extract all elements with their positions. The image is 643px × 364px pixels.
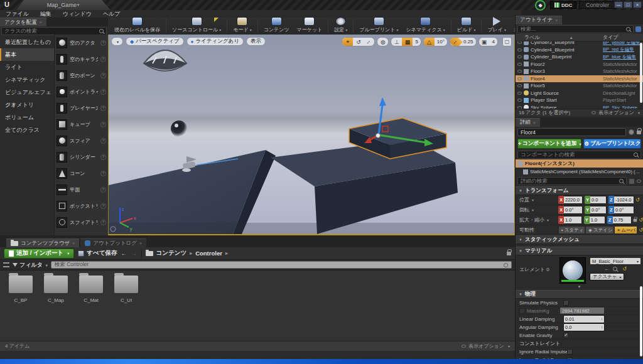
eye-icon[interactable]	[517, 77, 522, 80]
outliner-filter-icon[interactable]	[635, 26, 641, 32]
view-options-button[interactable]: 表示オプション ▾	[462, 343, 510, 350]
sort-icon[interactable]: ▲	[570, 36, 573, 40]
save-all-button[interactable]: すべて保存	[78, 249, 117, 257]
edit-blueprint-link[interactable]: BP_Sky_Sphere	[603, 105, 643, 109]
table-row[interactable]: Floor5StaticMeshActor	[516, 82, 643, 90]
outliner-view-options[interactable]: 表示オプション ▾	[592, 109, 640, 116]
table-row[interactable]: Cylinder3_BlueprintBP_yellow を編集	[516, 41, 643, 46]
scale-y-input[interactable]: 1.0	[590, 216, 605, 224]
world-local-toggle[interactable]: ◍	[377, 37, 388, 46]
rotation-snap-value[interactable]: 10°	[435, 39, 447, 45]
eye-icon[interactable]	[517, 106, 522, 109]
close-icon[interactable]: ×	[139, 241, 142, 245]
column-type[interactable]: タイプ	[603, 34, 643, 41]
gear-icon[interactable]	[629, 129, 634, 135]
constraints-subheader[interactable]: コンストレイント	[516, 340, 643, 348]
folder-item[interactable]: C_BP	[6, 276, 35, 303]
angular-damping-input[interactable]: 0.0↕	[563, 323, 605, 331]
menu-file[interactable]: ファイル	[0, 10, 35, 18]
lock-icon[interactable]	[637, 131, 641, 134]
tab-place-actors[interactable]: アクタを配置 ×	[0, 18, 46, 26]
details-scrollbar[interactable]	[640, 286, 642, 356]
rotation-z-input[interactable]: 0.0°	[614, 206, 634, 214]
rotation-x-input[interactable]: 0.0°	[564, 206, 583, 214]
details-search-input[interactable]: 詳細の検索	[517, 177, 627, 185]
list-item[interactable]: スフィア?	[55, 132, 108, 149]
scale-tool-button[interactable]: ↕	[362, 37, 376, 46]
sources-panel-icon[interactable]	[3, 262, 9, 267]
edit-blueprint-link[interactable]: BP_yellow を編集	[603, 41, 643, 46]
back-arrow-icon[interactable]: ←	[604, 266, 609, 272]
category-visual-effects[interactable]: ビジュアルエフェクト	[0, 86, 54, 99]
folder-item[interactable]: C_Map	[41, 276, 70, 303]
list-item[interactable]: ボックストリガー?	[55, 198, 108, 214]
breadcrumb-content[interactable]: コンテンツ	[156, 249, 187, 257]
outliner-search-input[interactable]: 検索...	[517, 25, 634, 33]
browse-icon[interactable]	[613, 267, 617, 271]
viewport-panel[interactable]: z x y ▾ ◆ パースペクティブ ● ライティングあり 表示 ⌖ ↺ ↕ ◍	[108, 35, 515, 235]
table-row[interactable]: Sky SphereBP_Sky_Sphere	[516, 104, 643, 109]
menu-window[interactable]: ウィンドウ	[57, 10, 97, 18]
mobility-movable-button[interactable]: ⌖ムーバ	[614, 226, 637, 234]
mobility-static-button[interactable]: ▪スタティ	[558, 226, 585, 234]
show-button[interactable]: 表示	[246, 37, 266, 46]
forward-arrow-icon[interactable]: →	[131, 250, 138, 257]
linear-damping-input[interactable]: 0.01↕	[563, 315, 605, 323]
camera-speed-icon[interactable]: ▣	[479, 37, 490, 46]
ignore-radial-impulse-checkbox[interactable]	[567, 349, 573, 355]
location-z-input[interactable]: -1024.0	[614, 196, 634, 204]
location-x-input[interactable]: 2220.0	[564, 196, 583, 204]
lock-icon[interactable]	[507, 252, 511, 255]
tutorial-icon[interactable]: ◆	[535, 0, 546, 11]
list-item[interactable]: スフィアトリガー?	[55, 214, 108, 230]
list-item[interactable]: 平面?	[55, 181, 108, 198]
camera-speed-value[interactable]: 4	[490, 39, 497, 45]
eye-icon[interactable]	[517, 70, 522, 73]
edit-blueprint-link[interactable]: BP_red を編集	[603, 46, 643, 53]
build-button[interactable]: ビルド▾	[453, 16, 480, 34]
folder-item[interactable]: C_UI	[112, 276, 141, 303]
table-row[interactable]: Cylinder_BlueprintBP_blue を編集	[516, 53, 643, 61]
tab-output-log[interactable]: アウトプットログ ×	[80, 238, 146, 247]
component-root-row[interactable]: Floor4(インスタンス)	[516, 159, 643, 168]
eye-icon[interactable]	[517, 99, 522, 102]
asset-search-input[interactable]: 検索 Controler	[51, 261, 512, 269]
eye-icon[interactable]	[517, 92, 522, 95]
category-basic[interactable]: 基本	[0, 48, 54, 61]
enable-gravity-checkbox[interactable]	[563, 333, 569, 338]
document-tab[interactable]: Map_Game+	[16, 0, 111, 10]
eye-icon[interactable]	[517, 63, 522, 66]
rotation-snap-toggle[interactable]: △	[424, 37, 435, 46]
tab-details[interactable]: 詳細 ×	[516, 118, 540, 127]
eye-icon[interactable]	[637, 179, 641, 183]
table-row[interactable]: Cylinder4_BlueprintBP_red を編集	[516, 46, 643, 54]
menu-edit[interactable]: 編集	[35, 10, 57, 18]
ddc-button[interactable]: DDC	[550, 1, 576, 9]
category-volumes[interactable]: ボリューム	[0, 111, 54, 124]
viewport-maximize-button[interactable]: ▢	[502, 37, 512, 46]
cinematics-button[interactable]: シネマティクス▾	[403, 16, 449, 34]
component-search-input[interactable]: コンポーネントの検索	[517, 151, 641, 159]
rotation-y-input[interactable]: 0.0°	[590, 206, 607, 214]
add-import-button[interactable]: 追加 / インポート ▾	[4, 249, 74, 259]
speaker-sprite[interactable]	[171, 120, 187, 137]
close-icon[interactable]: ×	[533, 120, 536, 125]
surface-snap-button[interactable]: ⊥	[391, 37, 402, 46]
material-select-dropdown[interactable]: M_Basic_Floor ▾	[590, 257, 641, 265]
table-row[interactable]: Player StartPlayerStart	[516, 97, 643, 104]
move-tool-button[interactable]: ⌖	[342, 37, 353, 46]
component-row[interactable]: StaticMeshComponent (StaticMeshComponent…	[516, 168, 643, 176]
scale-z-input[interactable]: 0.75	[613, 216, 632, 224]
scale-x-input[interactable]: 1.0	[564, 216, 582, 224]
category-lights[interactable]: ライト	[0, 61, 54, 73]
close-icon[interactable]: ×	[40, 20, 42, 24]
section-static-mesh[interactable]: ▼ スタティックメッシュ	[516, 235, 643, 244]
table-row-selected[interactable]: Floor4StaticMeshActor	[516, 75, 643, 83]
filters-button[interactable]: フィルタ ▾	[13, 261, 48, 269]
location-y-input[interactable]: 0.0	[590, 196, 607, 204]
list-item[interactable]: キューブ?	[55, 116, 108, 132]
texture-button[interactable]: テクスチャ ▾	[590, 273, 624, 281]
list-item[interactable]: ポイントライト?	[55, 83, 108, 100]
marketplace-button[interactable]: マーケット	[293, 16, 327, 34]
viewport-canvas[interactable]: z x y	[109, 35, 514, 234]
